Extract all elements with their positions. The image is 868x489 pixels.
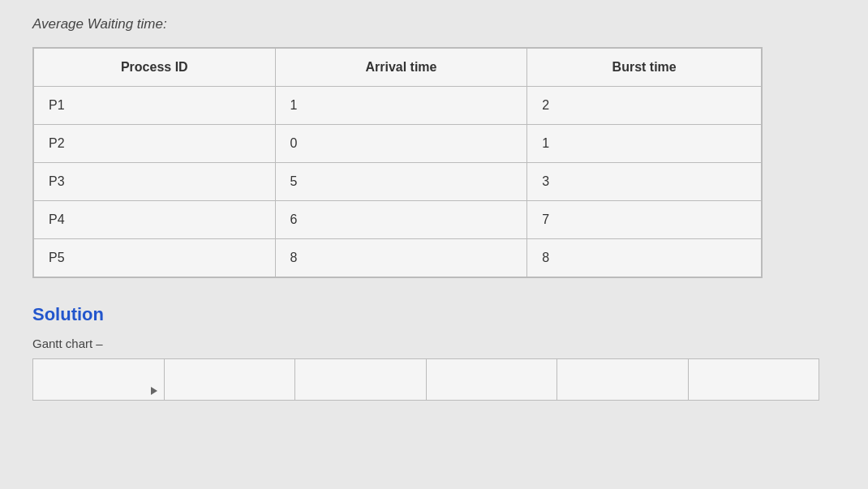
cell-arrival-time: 8 [275, 239, 527, 277]
cell-process-id: P5 [34, 239, 276, 277]
col-header-process-id: Process ID [34, 49, 276, 87]
cell-burst-time: 8 [527, 239, 762, 277]
cell-arrival-time: 6 [275, 201, 527, 239]
gantt-cell [165, 359, 296, 400]
cell-burst-time: 7 [527, 201, 762, 239]
gantt-cell [557, 359, 689, 400]
table-container: Process ID Arrival time Burst time P112P… [32, 47, 763, 278]
cell-process-id: P1 [34, 87, 276, 125]
top-label: Average Waiting time: [32, 16, 836, 32]
solution-section: Solution Gantt chart – [32, 304, 836, 401]
process-table: Process ID Arrival time Burst time P112P… [33, 48, 762, 277]
table-row: P201 [34, 125, 762, 163]
cell-process-id: P2 [34, 125, 276, 163]
col-header-arrival-time: Arrival time [275, 49, 527, 87]
cell-arrival-time: 1 [275, 87, 527, 125]
cell-arrival-time: 5 [275, 163, 527, 201]
cell-burst-time: 1 [527, 125, 762, 163]
gantt-cell [427, 359, 558, 400]
cell-burst-time: 3 [527, 163, 762, 201]
gantt-cell [689, 359, 819, 400]
cell-process-id: P4 [34, 201, 276, 239]
table-row: P353 [34, 163, 762, 201]
solution-heading: Solution [32, 304, 836, 325]
cell-process-id: P3 [34, 163, 276, 201]
table-header-row: Process ID Arrival time Burst time [34, 49, 762, 87]
col-header-burst-time: Burst time [527, 49, 762, 87]
cell-burst-time: 2 [527, 87, 762, 125]
gantt-label: Gantt chart – [32, 337, 836, 350]
cell-arrival-time: 0 [275, 125, 527, 163]
gantt-arrow-icon [151, 387, 157, 395]
gantt-cell [295, 359, 427, 400]
table-row: P588 [34, 239, 762, 277]
gantt-chart-container [32, 358, 819, 401]
gantt-cell [33, 359, 165, 400]
table-row: P467 [34, 201, 762, 239]
table-row: P112 [34, 87, 762, 125]
